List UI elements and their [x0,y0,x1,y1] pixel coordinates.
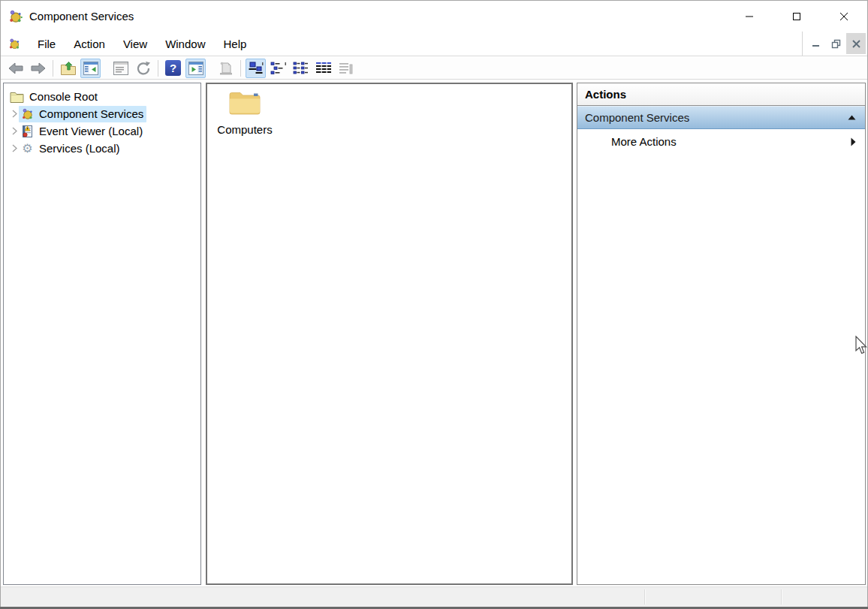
export-list-icon [338,61,354,76]
tree-item-label: Console Root [29,90,98,103]
console-tree-panel: Console Root Component Services [3,83,201,585]
chevron-right-icon[interactable] [10,110,19,118]
list-view-button[interactable] [291,59,311,78]
actions-title-label: Actions [585,88,626,101]
menu-help[interactable]: Help [214,33,255,55]
refresh-button[interactable] [133,59,153,78]
list-item-label: Computers [217,123,272,136]
tree-item-label: Services (Local) [39,142,120,155]
actions-section-label: Component Services [585,111,848,124]
menu-bar: File Action View Window Help [1,32,867,56]
status-bar-divider [781,589,782,604]
tree-item-console-root[interactable]: Console Root [4,88,200,105]
tree-item-component-services[interactable]: Component Services [4,105,200,122]
maximize-button[interactable] [773,1,820,32]
minimize-button[interactable] [725,1,773,32]
close-icon [839,12,848,21]
mdi-restore-button[interactable] [826,33,845,54]
new-window-page-icon [219,61,234,76]
collapse-up-arrow-icon[interactable] [848,115,856,120]
small-icons-view-button[interactable] [268,59,288,78]
toolbar: ? [1,57,867,80]
mdi-window-controls [802,32,866,56]
component-services-com-icon [20,107,35,121]
title-bar: Component Services [1,1,867,32]
component-services-window: Component Services File Action View W [0,0,868,609]
details-view-icon [315,61,332,76]
chevron-right-icon[interactable] [10,127,19,135]
back-button[interactable] [5,59,26,78]
folder-icon [10,90,24,104]
submenu-right-arrow-icon [851,137,856,146]
chevron-right-icon[interactable] [10,144,19,152]
mdi-minimize-button[interactable] [806,33,825,54]
actions-section-component-services[interactable]: Component Services [577,106,865,129]
new-window-button[interactable] [215,59,236,78]
actions-pane-title: Actions [577,83,865,106]
toolbar-separator [53,60,53,77]
small-icons-view-icon [270,61,287,76]
tree-item-label: Component Services [39,107,143,120]
event-viewer-icon [20,125,35,138]
restore-icon [831,39,841,49]
large-icons-view-button[interactable] [246,59,266,78]
export-list-button[interactable] [336,59,356,78]
large-icons-view-icon [248,61,264,76]
maximize-icon [792,12,801,21]
status-bar [1,586,867,607]
actions-item-more-actions[interactable]: More Actions [577,129,865,154]
forward-arrow-icon [30,60,47,77]
close-button[interactable] [820,1,867,32]
menu-file[interactable]: File [29,33,65,55]
component-services-com-icon [8,9,23,24]
forward-button[interactable] [28,59,48,78]
toolbar-separator [158,60,158,77]
minimize-icon [745,12,754,21]
show-hide-action-pane-button[interactable] [185,59,206,78]
services-gear-icon: ⚙ [20,142,35,155]
menu-window[interactable]: Window [156,33,214,55]
status-bar-divider [644,589,645,604]
console-tree-icon [83,62,98,75]
mdi-close-button[interactable] [846,33,866,54]
list-item-computers[interactable]: Computers [209,89,281,136]
results-panel: Computers [206,83,573,585]
minimize-icon [812,40,820,48]
more-actions-label: More Actions [611,135,851,148]
folder-icon [228,89,261,117]
tree-item-event-viewer[interactable]: Event Viewer (Local) [4,122,200,140]
list-view-icon [293,61,309,76]
action-pane-icon [188,62,203,75]
tree-item-label: Event Viewer (Local) [39,125,143,137]
back-arrow-icon [8,60,24,77]
properties-window-icon [113,62,128,75]
refresh-icon [136,61,151,76]
window-title: Component Services [29,10,134,23]
properties-button[interactable] [110,59,131,78]
help-button[interactable]: ? [163,59,183,78]
tree-item-services[interactable]: ⚙ Services (Local) [4,140,200,157]
show-hide-console-tree-button[interactable] [80,59,101,78]
toolbar-separator [240,60,241,77]
folder-up-icon [60,60,77,77]
close-icon [852,40,860,48]
actions-pane: Actions Component Services More Actions [577,83,866,585]
menu-action[interactable]: Action [65,33,114,55]
up-one-level-button[interactable] [58,59,78,78]
help-icon: ? [165,60,181,76]
details-view-button[interactable] [313,59,333,78]
component-services-com-icon [8,38,21,50]
menu-view[interactable]: View [114,33,156,55]
